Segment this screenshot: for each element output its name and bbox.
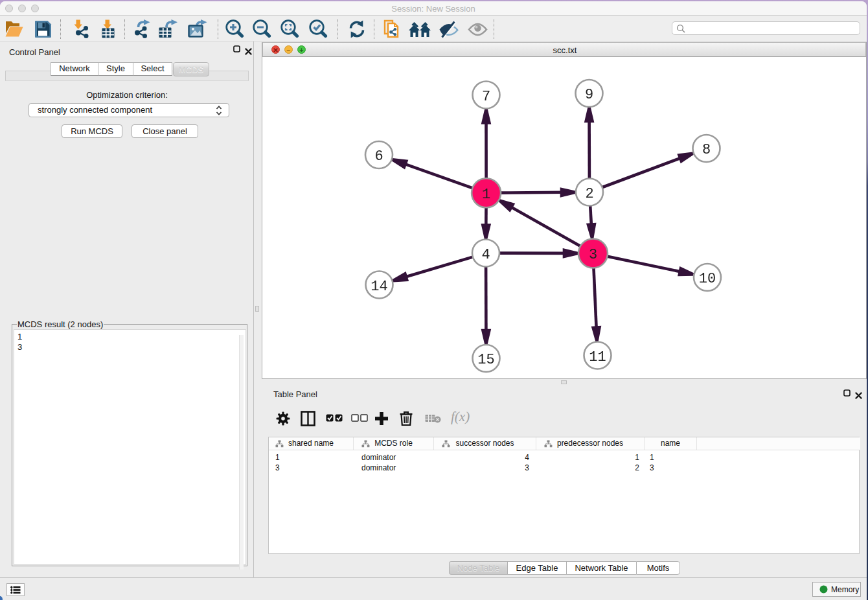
svg-text:15: 15 (477, 352, 494, 368)
svg-text:10: 10 (699, 271, 716, 287)
svg-text:1: 1 (482, 187, 490, 203)
svg-text:3: 3 (589, 247, 597, 263)
svg-text:7: 7 (482, 89, 490, 105)
svg-text:6: 6 (374, 148, 383, 165)
svg-text:2: 2 (585, 186, 593, 202)
svg-text:9: 9 (585, 87, 593, 103)
svg-text:4: 4 (481, 247, 490, 263)
svg-text:14: 14 (371, 279, 387, 295)
svg-text:8: 8 (702, 142, 711, 158)
svg-text:11: 11 (589, 349, 606, 365)
